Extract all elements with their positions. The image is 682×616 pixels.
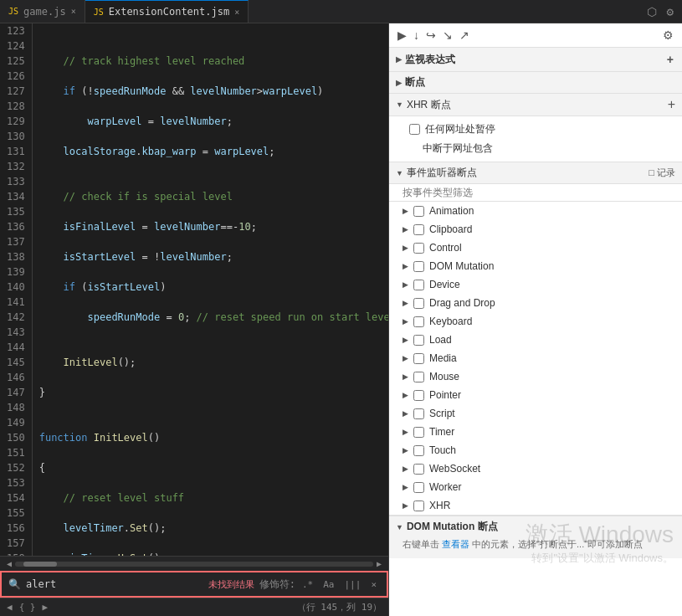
search-magnifier-icon: 🔍 [8,578,21,590]
rp-outer: ▶ 监视表达式 + ▶ 断点 ▼ XHR 断点 [389,48,682,616]
record-btn[interactable]: □ 记录 [649,167,675,179]
anim-label: Animation [429,205,474,217]
dom-mutation-evt-checkbox[interactable] [413,261,424,272]
dom-mutation-evt-chevron-icon: ▶ [403,262,408,270]
anim-checkbox[interactable] [413,206,424,217]
timer-chevron-icon: ▶ [403,428,408,436]
right-panel-header: ▶ ↓ ↪ ↘ ↗ ⚙ [389,23,682,48]
script-checkbox[interactable] [413,408,424,419]
rp-header-actions: ⚙ [661,27,675,44]
evt-group-drag-drop: ▶ Drag and Drop [389,294,682,312]
control-label: Control [429,242,462,254]
websocket-checkbox[interactable] [413,464,424,475]
evt-group-websocket: ▶ WebSocket [389,459,682,478]
drag-drop-checkbox[interactable] [413,298,424,309]
scroll-left-arrow[interactable]: ◀ [3,559,15,568]
search-modifier-label: 修饰符: [259,578,295,592]
watch-section-label: 监视表达式 [405,53,455,67]
xhr-evt-label: XHR [429,500,450,511]
timer-label: Timer [429,426,454,438]
breakpoints-section-header[interactable]: ▶ 断点 [389,72,682,93]
touch-label: Touch [429,444,456,456]
xhr-section-header[interactable]: ▼ XHR 断点 + [389,94,682,116]
dom-mutation-evt-label: DOM Mutation [429,260,494,272]
nav-left-btn[interactable]: ◀ [7,602,13,613]
xhr-section-label: XHR 断点 [407,98,451,112]
event-listener-section: ▼ 事件监听器断点 □ 记录 ▶ Animation [389,162,682,516]
dom-mutation-viewer-link[interactable]: 查看器 [442,539,469,549]
rp-settings-icon[interactable]: ⚙ [661,27,675,44]
watch-add-icon[interactable]: + [665,51,675,68]
keyboard-checkbox[interactable] [413,316,424,327]
media-checkbox[interactable] [413,353,424,364]
evt-group-control: ▶ Control [389,239,682,257]
xhr-contains-url-item[interactable]: 中断于网址包含 [396,139,675,158]
load-checkbox[interactable] [413,335,424,346]
right-panel-scroll-container[interactable]: ▶ 监视表达式 + ▶ 断点 ▼ XHR 断点 [389,48,682,616]
event-listener-section-header[interactable]: ▼ 事件监听器断点 □ 记录 [389,162,682,184]
evt-group-script: ▶ Script [389,404,682,423]
clipboard-checkbox[interactable] [413,224,424,235]
evt-group-media: ▶ Media [389,349,682,367]
rp-step-over-icon[interactable]: ↪ [424,27,438,44]
search-close-btn[interactable]: × [367,578,380,591]
right-panel: ▶ ↓ ↪ ↘ ↗ ⚙ ▶ 监视表达式 + [389,23,682,616]
event-listener-label: 事件监听器断点 [407,166,477,180]
breakpoints-section-label: 断点 [405,75,425,90]
xhr-any-url-label: 任何网址处暂停 [425,122,495,136]
search-regex-btn[interactable]: .* [299,578,316,591]
websocket-chevron-icon: ▶ [403,465,408,473]
xhr-any-url-item[interactable]: 任何网址处暂停 [396,120,675,139]
rp-down-icon[interactable]: ↓ [412,27,421,44]
clipboard-chevron-icon: ▶ [403,225,408,234]
dom-mutation-chevron-icon: ▼ [396,523,403,531]
debug-icon[interactable]: { } [19,602,36,613]
collapse-icon[interactable]: ⬡ [644,3,660,20]
timer-checkbox[interactable] [413,427,424,438]
pointer-checkbox[interactable] [413,390,424,401]
settings-icon[interactable]: ⚙ [664,3,677,20]
code-area[interactable]: 123 124 125 126 127 128 129 130 131 132 … [0,23,388,556]
websocket-label: WebSocket [429,463,480,475]
evt-group-touch: ▶ Touch [389,441,682,459]
mouse-chevron-icon: ▶ [403,372,408,381]
editor-scrollbar[interactable]: ◀ ▶ [0,556,388,571]
rp-play-icon[interactable]: ▶ [396,27,408,44]
scrollbar-track[interactable] [15,562,373,567]
worker-checkbox[interactable] [413,482,424,493]
rp-step-out-icon[interactable]: ↗ [458,27,471,44]
search-case-btn[interactable]: Aa [320,578,337,591]
scrollbar-thumb[interactable] [23,562,57,567]
mouse-checkbox[interactable] [413,372,424,382]
tab-game-js-close[interactable]: × [71,7,76,16]
search-input[interactable] [26,578,203,590]
xhr-chevron-icon: ▼ [396,100,403,109]
control-checkbox[interactable] [413,243,424,254]
evt-group-pointer: ▶ Pointer [389,386,682,404]
main-area: 123 124 125 126 127 128 129 130 131 132 … [0,23,682,616]
tab-game-js[interactable]: JS game.js × [0,0,85,23]
nav-right-btn[interactable]: ▶ [43,602,49,613]
tab-extension-jsm[interactable]: JS ExtensionContent.jsm × [85,0,249,23]
search-word-btn[interactable]: ||| [341,578,365,591]
xhr-contains-url-label: 中断于网址包含 [423,141,493,156]
keyboard-chevron-icon: ▶ [403,317,408,326]
breakpoints-chevron-icon: ▶ [396,79,402,87]
scroll-right-arrow[interactable]: ▶ [373,559,385,568]
evt-group-keyboard: ▶ Keyboard [389,312,682,331]
watch-section-header[interactable]: ▶ 监视表达式 + [389,48,682,71]
pointer-chevron-icon: ▶ [403,391,408,399]
event-filter-input[interactable] [389,184,682,202]
touch-checkbox[interactable] [413,445,424,456]
dom-mutation-section: ▼ DOM Mutation 断点 右键单击 查看器 中的元素，选择"打断点于.… [389,516,682,558]
xhr-evt-checkbox[interactable] [413,501,424,511]
search-options: 修饰符: .* Aa ||| × [259,578,380,592]
dom-mutation-header[interactable]: ▼ DOM Mutation 断点 [396,520,675,534]
xhr-add-btn[interactable]: + [668,97,675,112]
rp-step-in-icon[interactable]: ↘ [441,27,454,44]
xhr-any-url-checkbox[interactable] [409,124,420,135]
tab-extension-jsm-close[interactable]: × [234,8,239,17]
evt-group-device: ▶ Device [389,275,682,294]
code-content[interactable]: // track highest level reached if (!spee… [33,23,388,556]
device-checkbox[interactable] [413,280,424,290]
